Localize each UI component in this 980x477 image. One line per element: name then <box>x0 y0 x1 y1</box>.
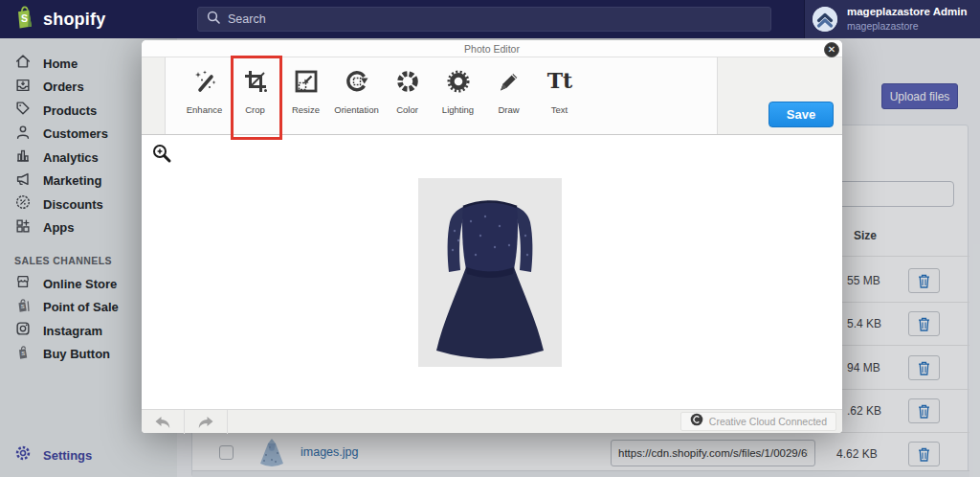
pencil-icon <box>496 68 523 99</box>
tool-orientation[interactable]: Orientation <box>331 57 382 134</box>
tool-draw[interactable]: Draw <box>483 57 534 134</box>
shopify-logo[interactable]: S shopify <box>13 5 105 34</box>
text-icon: Tt <box>546 68 573 99</box>
tool-label: Color <box>396 104 418 115</box>
zoom-in-icon[interactable] <box>151 143 172 164</box>
close-icon[interactable]: ✕ <box>824 42 839 57</box>
photo-editor-modal: Photo Editor ✕ Enhance Crop Resize Orien… <box>142 40 842 433</box>
tool-lighting[interactable]: Lighting <box>433 57 483 134</box>
svg-text:Tt: Tt <box>546 68 572 93</box>
creative-cloud-status: Creative Cloud Connected <box>680 412 836 431</box>
tool-label: Lighting <box>442 104 474 115</box>
tool-label: Text <box>551 104 568 115</box>
gear-sun-icon <box>445 68 472 99</box>
save-button[interactable]: Save <box>768 102 834 127</box>
creative-cloud-icon <box>690 413 703 430</box>
tool-label: Resize <box>292 104 320 115</box>
tool-enhance[interactable]: Enhance <box>179 57 230 134</box>
user-menu[interactable]: mageplazastore Admin mageplazastore <box>804 0 980 38</box>
tool-text[interactable]: Tt Text <box>534 57 585 134</box>
shopify-bag-icon: S <box>13 5 36 34</box>
editor-canvas[interactable] <box>142 134 842 409</box>
tool-color[interactable]: Color <box>382 57 433 134</box>
color-wheel-icon <box>394 68 421 99</box>
svg-text:S: S <box>21 12 28 24</box>
user-name: mageplazastore Admin <box>847 6 967 17</box>
tool-label: Draw <box>498 104 519 115</box>
user-store: mageplazastore <box>847 20 919 32</box>
top-navbar: S shopify mageplazastore Admin mageplaza… <box>0 0 980 38</box>
status-text: Creative Cloud Connected <box>709 416 827 427</box>
crop-highlight-box <box>231 56 282 140</box>
editor-footer: Creative Cloud Connected <box>142 409 842 433</box>
search-input[interactable] <box>228 12 762 26</box>
brand-wordmark: shopify <box>43 10 105 30</box>
global-search[interactable] <box>197 7 771 32</box>
magic-wand-icon <box>191 68 218 99</box>
rotate-icon <box>344 68 370 99</box>
tool-resize[interactable]: Resize <box>280 57 331 134</box>
resize-icon <box>293 68 320 99</box>
redo-button[interactable] <box>185 410 228 434</box>
search-icon <box>207 11 220 28</box>
avatar <box>813 7 837 32</box>
tool-label: Orientation <box>334 104 378 115</box>
tool-label: Enhance <box>187 104 223 115</box>
dress-image[interactable] <box>418 178 562 367</box>
undo-button[interactable] <box>142 410 185 434</box>
